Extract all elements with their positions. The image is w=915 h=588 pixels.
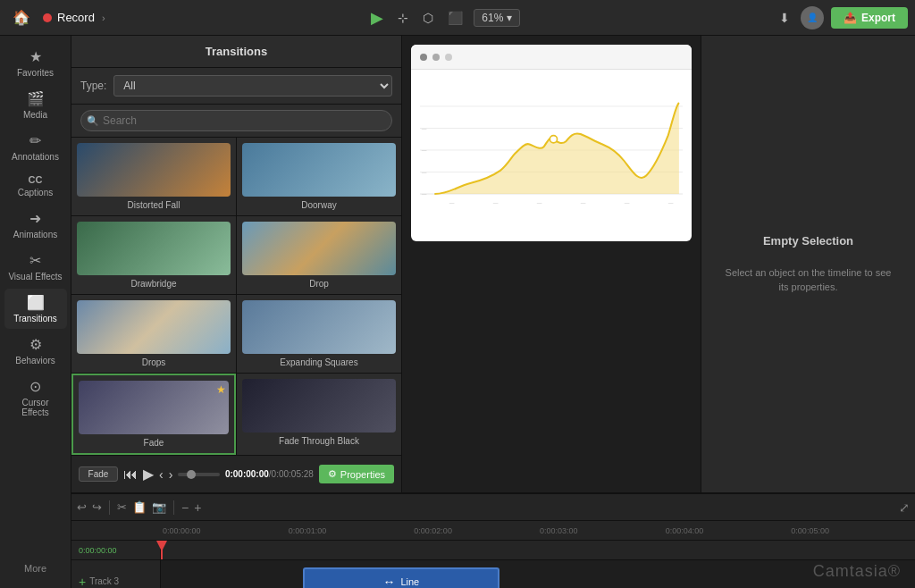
time-total: 0:00:05:28 (272, 469, 314, 479)
time-indicator-row: 0:00:00:00 (71, 541, 915, 560)
sidebar-label-media: Media (23, 110, 47, 120)
track-label-3: + Track 3 (71, 560, 161, 588)
watermark: Camtasia® (813, 562, 901, 581)
chart-svg: — — — — — — — (420, 79, 683, 222)
timeline-zoom-plus[interactable]: + (194, 500, 201, 515)
progress-thumb (187, 470, 196, 479)
sidebar-item-annotations[interactable]: ✏ Annotations (4, 127, 67, 167)
sidebar-label-behaviors: Behaviors (15, 356, 55, 365)
download-button[interactable]: ⬇ (776, 7, 793, 29)
transition-name-fade: Fade (144, 438, 164, 448)
transition-name-distorted-fall: Distorted Fall (128, 200, 180, 210)
sidebar-item-media[interactable]: 🎬 Media (4, 85, 67, 125)
cursor-tool-btn[interactable]: ⊹ (394, 7, 412, 29)
rewind-button[interactable]: ⏮ (123, 466, 138, 483)
play-button[interactable]: ▶ (143, 466, 154, 483)
svg-text:—: — (493, 200, 499, 206)
transition-thumb-drop (242, 222, 396, 275)
preview-area: — — — — — — — (402, 36, 701, 492)
sidebar-item-cursor-effects[interactable]: ⊙ Cursor Effects (4, 373, 67, 423)
transition-name-drop: Drop (309, 279, 329, 289)
sidebar-item-animations[interactable]: ➜ Animations (4, 205, 67, 245)
toolbar-right: ⬇ 👤 📤 Export (776, 6, 908, 29)
sidebar-more[interactable]: More (17, 556, 54, 581)
sidebar-item-visual-effects[interactable]: ✂ Visual Effects (4, 247, 67, 287)
crop-tool-btn[interactable]: ⬡ (419, 7, 437, 29)
search-input[interactable] (80, 110, 392, 131)
timeline-undo[interactable]: ↩ (77, 500, 87, 514)
transition-thumb-fade-black (242, 379, 396, 433)
svg-point-9 (550, 136, 557, 143)
sidebar-label-visual-effects: Visual Effects (8, 272, 62, 281)
transition-item-expanding-squares[interactable]: Expanding Squares (237, 295, 401, 373)
time-current: 0:00:00:00 (225, 469, 269, 479)
timeline-cut[interactable]: ✂ (117, 500, 127, 514)
next-button[interactable]: › (169, 467, 173, 482)
cursor-effects-icon: ⊙ (29, 378, 41, 395)
ruler-tick-2: 0:00:02:00 (412, 526, 538, 535)
export-button[interactable]: 📤 Export (831, 7, 908, 29)
sidebar-item-favorites[interactable]: ★ Favorites (4, 43, 67, 83)
visual-effects-icon: ✂ (29, 252, 41, 269)
properties-button[interactable]: ⚙ Properties (319, 465, 394, 483)
transition-name-fade-through-black: Fade Through Black (279, 436, 359, 446)
current-time-display: 0:00:00:00 (79, 546, 117, 555)
record-button[interactable]: Record › (36, 7, 113, 28)
transitions-grid: Distorted Fall Doorway Drawbridge (71, 138, 401, 455)
transition-item-fade-through-black[interactable]: Fade Through Black (237, 374, 401, 455)
time-label-area: 0:00:00:00 (71, 541, 161, 559)
timeline-copy[interactable]: 📋 (132, 500, 147, 514)
timeline-camera[interactable]: 📷 (152, 500, 166, 514)
transition-thumb-expanding (242, 300, 396, 354)
clip-line[interactable]: ↔ Line (303, 567, 499, 588)
track-3-content[interactable]: ↔ Line (161, 560, 915, 588)
track-3-name: Track 3 (89, 576, 119, 586)
transition-item-distorted-fall[interactable]: Distorted Fall (71, 138, 236, 215)
timeline-zoom-minus[interactable]: − (181, 500, 189, 515)
zoom-chevron: ▾ (507, 12, 512, 24)
timeline-redo[interactable]: ↪ (92, 500, 102, 514)
fade-label: Fade (79, 466, 118, 482)
track-3-add[interactable]: + (79, 575, 86, 589)
sidebar-label-annotations: Annotations (12, 152, 59, 162)
timeline-expand[interactable]: ⤢ (899, 500, 910, 515)
type-select[interactable]: All (113, 75, 392, 97)
transition-item-drawbridge[interactable]: Drawbridge (71, 216, 236, 294)
transition-item-fade[interactable]: ★ Fade (71, 374, 236, 455)
export-label: Export (861, 12, 895, 24)
empty-selection-title: Empty Selection (763, 234, 853, 248)
timeline-ruler: 0:00:00:00 0:00:01:00 0:00:02:00 0:00:03… (71, 521, 915, 541)
annotations-icon: ✏ (29, 132, 41, 149)
svg-text:—: — (422, 191, 427, 197)
frame-btn[interactable]: ⬛ (444, 7, 466, 29)
sidebar-item-transitions[interactable]: ⬜ Transitions (4, 289, 67, 329)
record-dot (43, 13, 52, 22)
zoom-control[interactable]: 61% ▾ (474, 9, 520, 27)
home-button[interactable]: 🏠 (7, 4, 36, 32)
export-icon: 📤 (844, 12, 857, 24)
clip-arrow-icon: ↔ (382, 575, 395, 588)
preview-dot-2 (432, 54, 440, 61)
sidebar-label-captions: Captions (18, 188, 53, 197)
transition-name-drawbridge: Drawbridge (130, 279, 176, 289)
toolbar: 🏠 Record › ▶ ⊹ ⬡ ⬛ 61% ▾ ⬇ 👤 📤 Export (0, 0, 915, 36)
timeline: ↩ ↪ ✂ 📋 📷 − + ⤢ 0:00:00:00 0:00:01:00 0:… (71, 492, 915, 588)
sidebar-item-captions[interactable]: CC Captions (4, 169, 67, 203)
chart-container: — — — — — — — (411, 70, 692, 235)
playhead (161, 541, 163, 559)
content-area: Transitions Type: All 🔍 (71, 36, 915, 588)
progress-bar[interactable] (178, 473, 220, 476)
transition-item-doorway[interactable]: Doorway (237, 138, 401, 215)
svg-text:—: — (422, 147, 427, 153)
sidebar-item-behaviors[interactable]: ⚙ Behaviors (4, 331, 67, 371)
user-avatar[interactable]: 👤 (801, 6, 824, 29)
transition-item-drops[interactable]: Drops (71, 295, 236, 373)
prev-button[interactable]: ‹ (159, 467, 164, 482)
preview-dot-1 (420, 54, 427, 61)
play-icon-btn[interactable]: ▶ (367, 4, 387, 31)
transition-thumb-drops (77, 300, 231, 354)
sidebar: ★ Favorites 🎬 Media ✏ Annotations CC Cap… (0, 36, 71, 588)
svg-text:—: — (581, 200, 586, 206)
transition-item-drop[interactable]: Drop (237, 216, 401, 294)
svg-text:—: — (422, 126, 427, 131)
